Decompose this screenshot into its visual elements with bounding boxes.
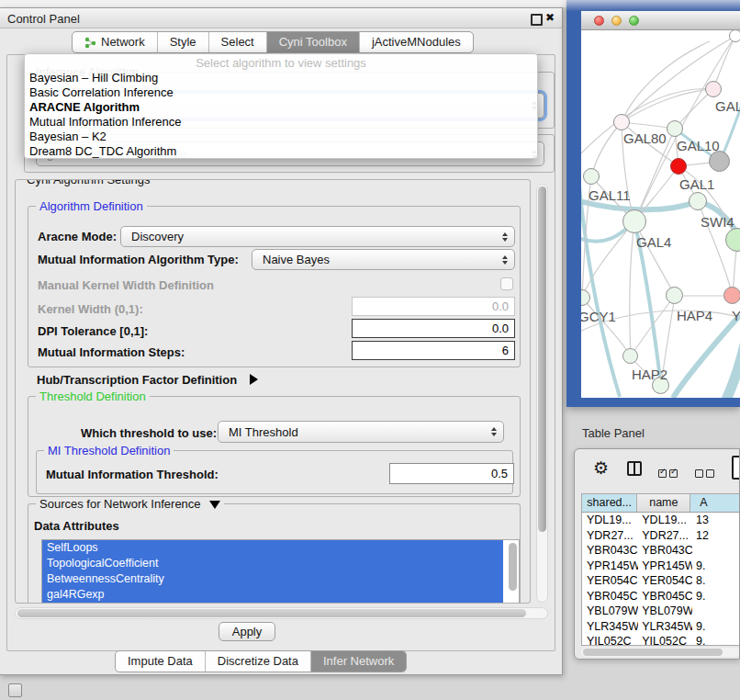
tab-infer-network[interactable]: Infer Network — [310, 651, 406, 672]
network-window-frame-top — [566, 0, 740, 11]
table-row[interactable]: YBL079W YBL079W — [582, 604, 740, 619]
list-item[interactable]: SelfLoops — [42, 540, 503, 556]
table-row[interactable]: YER054C YER054C 8. — [582, 573, 740, 589]
mi-steps-field[interactable]: 6 — [352, 341, 515, 360]
list-item[interactable]: gal4RGexp — [42, 587, 503, 603]
dropdown-item[interactable]: Dream8 DC_TDC Algorithm — [25, 144, 537, 159]
node-label: GAL11 — [589, 187, 631, 203]
table-row[interactable]: YBR045C YBR045C 9. — [582, 589, 740, 604]
cell: YIL052C — [582, 634, 638, 646]
float-window-icon[interactable] — [531, 14, 543, 26]
dpi-tolerance-field[interactable]: 0.0 — [352, 319, 515, 338]
tab-impute-data[interactable]: Impute Data — [116, 651, 205, 672]
threshold-definition-group: Threshold Definition Which threshold to … — [28, 396, 521, 497]
manual-kernel-width-label: Manual Kernel Width Definition — [38, 278, 214, 292]
select-all-icon[interactable] — [658, 465, 680, 481]
dropdown-item-selected[interactable]: ARACNE Algorithm — [25, 100, 537, 115]
sources-group-title[interactable]: Sources for Network Inference — [36, 497, 224, 511]
cell: YER054C — [638, 573, 692, 589]
table-row[interactable]: YPR145W YPR145W 9. — [582, 559, 740, 574]
unchecked-box-icon — [706, 469, 714, 478]
node-gal4[interactable] — [622, 209, 646, 233]
node-gal11[interactable] — [583, 168, 600, 185]
expand-arrow-icon[interactable] — [250, 374, 258, 385]
column-header-shared-name[interactable]: shared... — [582, 494, 637, 512]
tab-discretize-data[interactable]: Discretize Data — [205, 651, 310, 672]
table-horizontal-scrollbar-thumb[interactable] — [583, 649, 723, 656]
settings-horizontal-scrollbar[interactable] — [15, 607, 548, 619]
minimized-panel-icon[interactable] — [8, 683, 22, 697]
tab-select[interactable]: Select — [208, 32, 266, 52]
table-horizontal-scrollbar[interactable] — [581, 648, 740, 657]
mi-threshold-definition-group: MI Threshold Definition Mutual Informati… — [36, 450, 513, 494]
node-swi4[interactable] — [689, 192, 707, 210]
document-icon[interactable] — [732, 456, 740, 480]
table-row[interactable]: YDR27... YDR27... 12 — [582, 528, 740, 544]
table-row[interactable]: YDL19... YDL19... 13 — [582, 513, 740, 528]
dropdown-hint: Select algorithm to view settings — [25, 56, 537, 71]
data-attributes-list[interactable]: SelfLoops TopologicalCoefficient Between… — [41, 539, 520, 604]
list-item[interactable]: TopologicalCoefficient — [42, 556, 503, 571]
list-scrollbar-thumb[interactable] — [509, 543, 517, 591]
network-window-titlebar[interactable] — [581, 11, 740, 30]
cell — [692, 604, 740, 619]
node-hap2[interactable] — [622, 348, 638, 364]
zoom-traffic-light[interactable] — [629, 16, 639, 26]
column-header-clipped[interactable]: A — [690, 494, 740, 512]
node-hap4[interactable] — [666, 287, 683, 304]
node-unlabeled-top[interactable] — [729, 30, 740, 42]
combo-arrows-icon — [502, 255, 508, 265]
mi-algorithm-type-combo[interactable]: Naive Bayes — [252, 249, 515, 270]
table-row[interactable]: YLR345W YLR345W 9. — [582, 619, 740, 635]
which-threshold-label: Which threshold to use: — [81, 426, 217, 440]
settings-vertical-scrollbar[interactable] — [536, 184, 548, 603]
settings-horizontal-scrollbar-thumb[interactable] — [17, 609, 526, 617]
dropdown-item[interactable]: Mutual Information Inference — [25, 115, 537, 130]
dropdown-item[interactable]: Bayesian – K2 — [25, 130, 537, 144]
list-item-clipped[interactable] — [42, 603, 503, 604]
split-columns-icon[interactable] — [627, 461, 642, 476]
node-gal80[interactable] — [613, 114, 630, 130]
minimize-traffic-light[interactable] — [611, 16, 622, 26]
table-row[interactable]: YBR043C YBR043C — [582, 543, 740, 559]
tab-label: Network — [101, 32, 145, 52]
settings-vertical-scrollbar-thumb[interactable] — [538, 186, 546, 532]
collapse-arrow-icon[interactable] — [209, 501, 220, 509]
cell: YER054C — [582, 573, 638, 589]
mi-threshold-field[interactable]: 0.5 — [389, 463, 514, 484]
which-threshold-combo[interactable]: MI Threshold — [218, 421, 504, 443]
list-item[interactable]: BetweennessCentrality — [42, 571, 503, 587]
tab-cyni-toolbox[interactable]: Cyni Toolbox — [266, 32, 359, 52]
node-gray[interactable] — [709, 151, 730, 172]
dropdown-item[interactable]: Bayesian – Hill Climbing — [25, 71, 537, 85]
column-header-name[interactable]: name — [637, 494, 690, 512]
node-label: GAL4 — [636, 234, 671, 250]
kernel-width-field[interactable]: 0.0 — [352, 297, 515, 316]
mi-threshold-value: 0.5 — [491, 467, 508, 480]
tab-network[interactable]: Network — [73, 32, 157, 52]
node-salmon[interactable] — [723, 287, 740, 304]
dropdown-item[interactable]: Basic Correlation Inference — [25, 85, 537, 100]
deselect-all-icon[interactable] — [695, 465, 717, 481]
table-row[interactable]: YIL052C YIL052C 9. — [582, 634, 740, 646]
cell: 8. — [692, 573, 740, 589]
gear-icon[interactable]: ⚙ — [593, 457, 609, 479]
tab-jactivemnodules[interactable]: jActiveMNodules — [359, 32, 473, 52]
close-icon[interactable]: ✖ — [545, 11, 555, 24]
network-canvas[interactable]: GAL GAL80 GAL10 GAL1 GAL11 SWI4 GAL4 GCY… — [581, 30, 740, 398]
node-gal1-selected[interactable] — [670, 158, 687, 175]
mi-steps-label: Mutual Information Steps: — [38, 345, 185, 359]
hub-section-toggle[interactable]: Hub/Transcription Factor Definition — [37, 373, 258, 387]
control-panel-titlebar[interactable]: Control Panel ✖ — [0, 8, 562, 28]
table-panel-window: ⚙ shared... name A YDL19... YDL19... 13 … — [574, 448, 740, 660]
apply-button[interactable]: Apply — [219, 622, 275, 641]
tab-style[interactable]: Style — [157, 32, 208, 52]
tab-label: Impute Data — [128, 651, 193, 672]
aracne-mode-combo[interactable]: Discovery — [120, 226, 515, 247]
node-gal10[interactable] — [667, 120, 683, 137]
close-traffic-light[interactable] — [594, 16, 604, 26]
node-attribute-table[interactable]: shared... name A YDL19... YDL19... 13 YD… — [581, 493, 740, 646]
control-panel-tabbar: Network Style Select Cyni Toolbox jActiv… — [72, 31, 474, 53]
node-gal-partial[interactable] — [705, 81, 722, 97]
manual-kernel-width-checkbox[interactable] — [500, 277, 513, 290]
